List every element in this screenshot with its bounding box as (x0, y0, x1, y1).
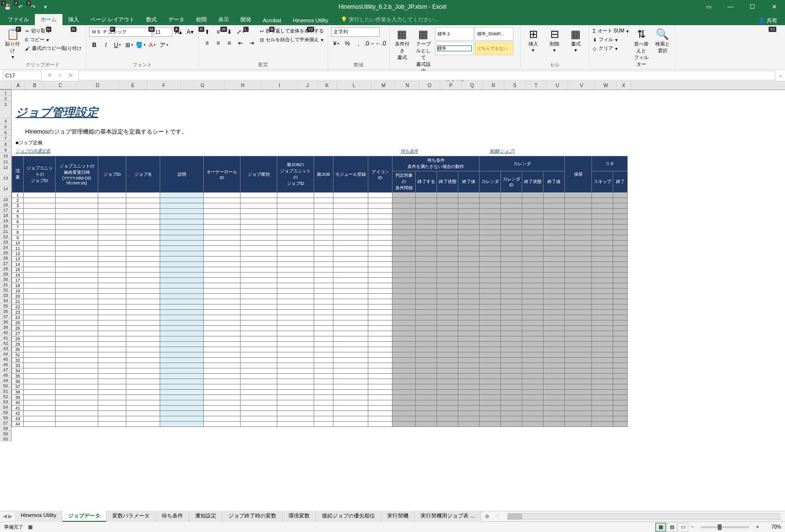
row-header[interactable]: 9 (0, 147, 12, 153)
row-header[interactable]: 18 (0, 213, 12, 218)
table-row[interactable]: 42 (12, 411, 628, 416)
zoom-out-button[interactable]: − (688, 524, 697, 530)
table-row[interactable]: 22 (12, 304, 628, 310)
column-header-G[interactable]: G (181, 81, 225, 90)
row-header[interactable]: 32 (0, 287, 12, 292)
column-header-A[interactable]: A (12, 81, 25, 90)
table-row[interactable]: 20 (12, 294, 628, 299)
row-header[interactable]: 36 (0, 308, 12, 314)
row-header[interactable]: 15 (0, 197, 12, 202)
normal-view-button[interactable]: ▦ (655, 523, 666, 532)
column-header-F[interactable]: F (147, 81, 181, 90)
format-as-table-button[interactable]: ▦テーブルとして 書式設定 (414, 27, 433, 76)
cell-styles-gallery[interactable]: 標準 2 標準_SNMP... どちらでもない (435, 27, 517, 55)
row-header[interactable]: 2 (0, 96, 12, 102)
align-center-icon[interactable]: ≡ (213, 38, 224, 48)
row-header[interactable]: 58 (0, 426, 12, 431)
row-header[interactable]: 16 (0, 202, 12, 207)
row-header[interactable]: 38 (0, 319, 12, 324)
row-header[interactable]: 17 (0, 207, 12, 213)
row-header[interactable]: 53 (0, 399, 12, 404)
macro-record-icon[interactable]: ▦ (28, 524, 32, 530)
table-row[interactable]: 5 (12, 214, 628, 219)
row-header[interactable]: 23 (0, 239, 12, 244)
row-header[interactable]: 4 (0, 118, 12, 124)
ribbon-options-icon[interactable]: ▭ (698, 0, 720, 14)
row-header[interactable]: 14 (0, 186, 12, 197)
table-row[interactable]: 29 (12, 342, 628, 347)
add-sheet-button[interactable]: ⊕ (481, 513, 493, 519)
column-header-K[interactable]: K (317, 81, 337, 90)
table-row[interactable]: 3 (12, 203, 628, 209)
table-row[interactable]: 7 (12, 225, 628, 230)
delete-cells-button[interactable]: ⊟削除▾ (545, 27, 564, 54)
merge-center-button[interactable]: ⊟ セルを結合して中央揃え ▾ (259, 36, 325, 44)
table-row[interactable]: 12 (12, 251, 628, 257)
table-row[interactable]: 34 (12, 368, 628, 374)
column-header-L[interactable]: L (337, 81, 372, 90)
row-header[interactable]: 45 (0, 356, 12, 362)
row-header[interactable]: 47 (0, 367, 12, 372)
table-row[interactable]: 25 (12, 320, 628, 326)
row-header[interactable]: 52 (0, 394, 12, 399)
style-neutral[interactable]: どちらでもない (475, 42, 513, 55)
column-header-Q[interactable]: Q (462, 81, 483, 90)
row-header[interactable]: 12 (0, 165, 12, 175)
cancel-formula-icon[interactable]: ✕ (45, 72, 54, 78)
table-row[interactable]: 19 (12, 289, 628, 294)
tab-view[interactable]: 表示W (212, 14, 235, 25)
style-snmp[interactable]: 標準_SNMP... (475, 27, 513, 41)
copy-button[interactable]: ⎘ コピー ▾ (24, 36, 83, 44)
row-header[interactable]: 25 (0, 250, 12, 255)
decrease-font-icon[interactable]: A▾ (185, 27, 196, 37)
column-header-U[interactable]: U (547, 81, 568, 90)
tell-me-input[interactable]: 💡 実行したい作業を入力してください...Q (339, 14, 440, 25)
zoom-in-button[interactable]: + (753, 524, 762, 530)
clear-button[interactable]: ◇ クリア ▾ (592, 45, 630, 52)
row-header[interactable]: 27 (0, 260, 12, 266)
tab-file[interactable]: ファイルF (2, 14, 35, 25)
table-row[interactable]: 40 (12, 400, 628, 406)
row-header[interactable]: 46 (0, 362, 12, 367)
align-right-icon[interactable]: ≡ (224, 38, 235, 48)
link-wait-cond[interactable]: 待ち条件 (401, 148, 418, 154)
tab-review[interactable]: 校閲R (190, 14, 212, 25)
row-header[interactable]: 51 (0, 388, 12, 394)
row-header[interactable]: 21 (0, 228, 12, 234)
tab-home[interactable]: ホームH (35, 14, 62, 25)
font-color-button[interactable]: A (147, 40, 158, 50)
spreadsheet-grid[interactable]: ABCDEFGHIJKLMNOPQRSTUVWX 123456789101112… (0, 81, 785, 511)
tab-developer[interactable]: 開発L (235, 14, 257, 25)
row-header[interactable]: 44 (0, 351, 12, 356)
row-header[interactable]: 31 (0, 282, 12, 287)
table-row[interactable]: 4 (12, 209, 628, 214)
row-header[interactable]: 57 (0, 420, 12, 426)
sheet-tab[interactable]: 変数パラメータ (106, 511, 156, 522)
currency-icon[interactable]: ¥ (331, 39, 342, 48)
zoom-slider[interactable] (701, 526, 749, 528)
sheet-tab[interactable]: 通知設定 (189, 511, 223, 522)
sheet-tab[interactable]: 実行契機用ジョブ表 ... (415, 511, 481, 522)
row-header[interactable]: 60 (0, 436, 12, 441)
table-row[interactable]: 18 (12, 283, 628, 289)
table-row[interactable]: 10 (12, 241, 628, 246)
row-header[interactable]: 39 (0, 324, 12, 330)
maximize-button[interactable]: ☐ (741, 0, 763, 14)
table-row[interactable]: 24 (12, 315, 628, 320)
style-standard[interactable] (435, 42, 474, 55)
row-header[interactable]: 11 (0, 159, 12, 165)
bold-button[interactable]: B (89, 40, 100, 50)
row-header[interactable]: 28 (0, 266, 12, 271)
table-row[interactable]: 30 (12, 347, 628, 352)
table-row[interactable]: 36 (12, 379, 628, 384)
column-header-N[interactable]: N (396, 81, 419, 90)
row-header[interactable]: 7 (0, 136, 12, 141)
qat-redo[interactable]: ↷3 (27, 1, 39, 12)
paste-button[interactable]: 📋貼り付け▾ (3, 27, 22, 61)
row-header[interactable]: 3 (0, 102, 12, 118)
cells-area[interactable]: ジョブ管理設定 Hinemosのジョブ管理機能の基本設定を定義するシートです。 … (12, 90, 785, 441)
tab-hinemos[interactable]: Hinemos UtilityY2 (287, 15, 334, 25)
decrease-indent-icon[interactable]: ⇤ (235, 38, 246, 48)
table-row[interactable]: 14 (12, 262, 628, 267)
wrap-text-button[interactable]: ↩ 折り返して全体を表示する (259, 27, 325, 35)
